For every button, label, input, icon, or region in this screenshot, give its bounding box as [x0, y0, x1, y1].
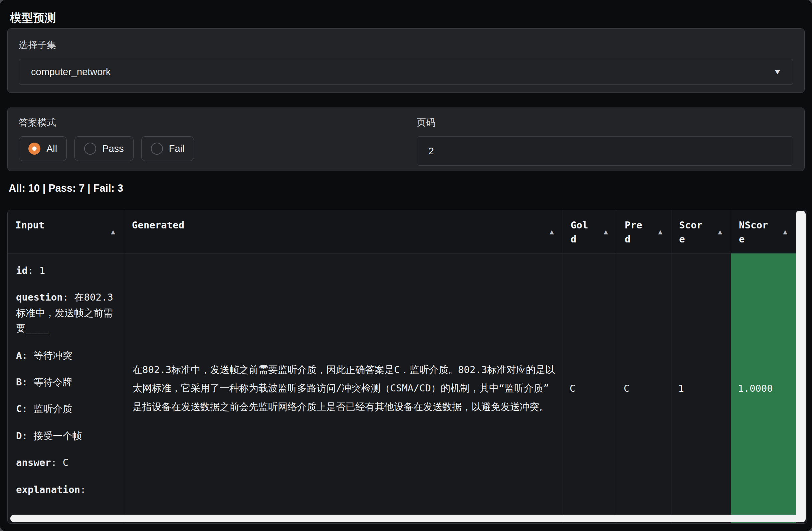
field-option-d: D: 接受一个帧	[16, 428, 117, 444]
radio-checked-icon	[28, 143, 40, 155]
cell-nscore[interactable]: 1.0000	[731, 254, 796, 523]
field-option-a: A: 等待冲突	[16, 348, 117, 363]
sort-asc-icon[interactable]: ▲	[783, 228, 787, 236]
controls-panel: 答案模式 All Pass Fail 页码	[8, 107, 804, 171]
answer-mode-options: All Pass Fail	[19, 136, 417, 161]
sort-asc-icon[interactable]: ▲	[111, 228, 115, 236]
radio-unchecked-icon	[151, 143, 163, 155]
sort-asc-icon[interactable]: ▲	[718, 228, 722, 236]
sort-asc-icon[interactable]: ▲	[604, 228, 608, 236]
subset-panel: 选择子集 computer_network ▼	[8, 28, 804, 93]
cell-pred[interactable]: C	[617, 254, 671, 523]
column-header-gold[interactable]: Gold ▲	[563, 210, 617, 253]
radio-option-fail[interactable]: Fail	[141, 136, 194, 161]
table-header-row: Input ▲ Generated ▲ Gold ▲ Pred ▲ Score …	[8, 210, 796, 254]
column-header-generated[interactable]: Generated ▲	[124, 210, 563, 253]
radio-unchecked-icon	[84, 143, 96, 155]
results-table: Input ▲ Generated ▲ Gold ▲ Pred ▲ Score …	[8, 210, 807, 523]
radio-option-label: Pass	[102, 143, 124, 154]
vertical-scrollbar[interactable]	[796, 211, 806, 522]
answer-mode-label: 答案模式	[19, 116, 417, 129]
app-window: 模型预测 选择子集 computer_network ▼ 答案模式 All Pa…	[0, 0, 812, 531]
subset-label: 选择子集	[19, 39, 793, 52]
radio-option-all[interactable]: All	[19, 136, 67, 161]
chevron-down-icon: ▼	[773, 68, 782, 76]
radio-option-label: All	[46, 143, 57, 154]
cell-input[interactable]: id: 1 question: 在802.3标准中，发送帧之前需要____ A:…	[8, 254, 124, 523]
table-row: id: 1 question: 在802.3标准中，发送帧之前需要____ A:…	[8, 254, 796, 523]
field-answer: answer: C	[16, 455, 117, 470]
field-option-b: B: 等待令牌	[16, 374, 117, 390]
radio-option-pass[interactable]: Pass	[74, 136, 133, 161]
subset-dropdown-value: computer_network	[31, 67, 111, 77]
cell-score[interactable]: 1	[671, 254, 731, 523]
column-header-nscore[interactable]: NScore ▲	[731, 210, 796, 253]
radio-option-label: Fail	[169, 143, 185, 154]
field-option-c: C: 监听介质	[16, 401, 117, 416]
cell-gold[interactable]: C	[563, 254, 617, 523]
horizontal-scrollbar[interactable]	[10, 515, 798, 522]
sort-asc-icon[interactable]: ▲	[550, 228, 554, 236]
page-number-group: 页码	[417, 116, 793, 171]
column-header-score[interactable]: Score ▲	[671, 210, 731, 253]
sort-asc-icon[interactable]: ▲	[658, 228, 663, 236]
answer-mode-group: 答案模式 All Pass Fail	[19, 116, 417, 171]
column-header-input[interactable]: Input ▲	[8, 210, 124, 253]
page-number-input[interactable]	[417, 136, 793, 166]
field-id: id: 1	[16, 263, 117, 278]
column-header-pred[interactable]: Pred ▲	[617, 210, 671, 253]
page-number-label: 页码	[417, 116, 793, 129]
subset-dropdown[interactable]: computer_network ▼	[19, 59, 793, 85]
cell-generated[interactable]: 在802.3标准中，发送帧之前需要监听介质，因此正确答案是C．监听介质。802.…	[124, 254, 563, 523]
field-explanation: explanation:	[16, 482, 117, 497]
page-title: 模型预测	[10, 10, 56, 26]
field-question: question: 在802.3标准中，发送帧之前需要____	[16, 289, 117, 336]
status-line: All: 10 | Pass: 7 | Fail: 3	[9, 182, 123, 195]
